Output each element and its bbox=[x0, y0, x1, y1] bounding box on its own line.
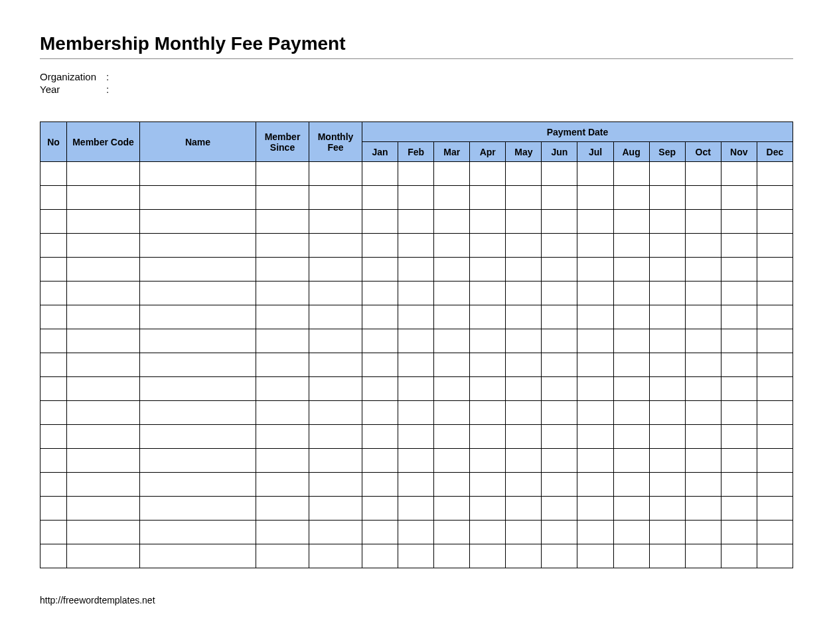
table-cell bbox=[309, 305, 362, 329]
table-cell bbox=[470, 449, 506, 473]
table-cell bbox=[721, 401, 757, 425]
table-cell bbox=[434, 497, 470, 521]
table-cell bbox=[721, 162, 757, 186]
table-cell bbox=[434, 544, 470, 568]
table-cell bbox=[40, 210, 67, 234]
table-cell bbox=[398, 329, 434, 353]
table-cell bbox=[67, 162, 140, 186]
meta-colon: : bbox=[106, 71, 113, 82]
table-cell bbox=[362, 234, 398, 258]
table-cell bbox=[649, 186, 685, 210]
table-cell bbox=[613, 305, 649, 329]
table-cell bbox=[470, 497, 506, 521]
header-member-code: Member Code bbox=[67, 122, 140, 162]
table-cell bbox=[434, 449, 470, 473]
table-cell bbox=[685, 186, 721, 210]
table-cell bbox=[470, 521, 506, 544]
table-row bbox=[40, 473, 793, 497]
table-cell bbox=[256, 282, 309, 305]
table-cell bbox=[434, 521, 470, 544]
table-cell bbox=[67, 234, 140, 258]
table-cell bbox=[309, 401, 362, 425]
table-cell bbox=[613, 425, 649, 449]
table-cell bbox=[470, 425, 506, 449]
table-cell bbox=[398, 425, 434, 449]
table-cell bbox=[470, 186, 506, 210]
table-cell bbox=[398, 353, 434, 377]
table-cell bbox=[577, 353, 613, 377]
table-cell bbox=[577, 497, 613, 521]
table-row bbox=[40, 425, 793, 449]
table-cell bbox=[309, 544, 362, 568]
table-cell bbox=[40, 329, 67, 353]
table-cell bbox=[757, 305, 793, 329]
table-cell bbox=[685, 497, 721, 521]
table-cell bbox=[757, 234, 793, 258]
table-cell bbox=[67, 186, 140, 210]
table-cell bbox=[577, 282, 613, 305]
table-cell bbox=[506, 353, 542, 377]
table-cell bbox=[398, 282, 434, 305]
table-cell bbox=[542, 234, 577, 258]
table-cell bbox=[309, 329, 362, 353]
table-cell bbox=[398, 210, 434, 234]
table-cell bbox=[309, 282, 362, 305]
header-month-may: May bbox=[506, 142, 542, 162]
header-member-since: Member Since bbox=[256, 122, 309, 162]
table-cell bbox=[542, 377, 577, 401]
table-cell bbox=[40, 521, 67, 544]
meta-colon: : bbox=[106, 84, 113, 95]
table-cell bbox=[309, 473, 362, 497]
table-cell bbox=[542, 497, 577, 521]
table-cell bbox=[362, 329, 398, 353]
table-cell bbox=[256, 210, 309, 234]
table-cell bbox=[40, 449, 67, 473]
table-cell bbox=[613, 162, 649, 186]
header-month-feb: Feb bbox=[398, 142, 434, 162]
header-name: Name bbox=[140, 122, 256, 162]
header-month-jan: Jan bbox=[362, 142, 398, 162]
table-cell bbox=[67, 449, 140, 473]
table-cell bbox=[577, 210, 613, 234]
page-title: Membership Monthly Fee Payment bbox=[40, 33, 793, 54]
table-cell bbox=[398, 377, 434, 401]
header-monthly-fee: Monthly Fee bbox=[309, 122, 362, 162]
table-cell bbox=[757, 521, 793, 544]
table-cell bbox=[506, 497, 542, 521]
table-cell bbox=[470, 377, 506, 401]
table-cell bbox=[140, 234, 256, 258]
table-cell bbox=[685, 377, 721, 401]
header-month-sep: Sep bbox=[649, 142, 685, 162]
table-cell bbox=[721, 329, 757, 353]
table-cell bbox=[721, 449, 757, 473]
table-cell bbox=[757, 162, 793, 186]
table-cell bbox=[613, 210, 649, 234]
table-cell bbox=[721, 353, 757, 377]
table-cell bbox=[577, 521, 613, 544]
table-cell bbox=[685, 162, 721, 186]
table-cell bbox=[470, 329, 506, 353]
table-cell bbox=[398, 449, 434, 473]
table-row bbox=[40, 234, 793, 258]
table-cell bbox=[362, 377, 398, 401]
table-row bbox=[40, 210, 793, 234]
table-cell bbox=[506, 425, 542, 449]
table-cell bbox=[542, 258, 577, 282]
table-cell bbox=[506, 234, 542, 258]
table-cell bbox=[649, 210, 685, 234]
table-cell bbox=[577, 449, 613, 473]
table-cell bbox=[362, 401, 398, 425]
table-cell bbox=[542, 329, 577, 353]
table-cell bbox=[362, 258, 398, 282]
table-cell bbox=[506, 449, 542, 473]
table-cell bbox=[140, 473, 256, 497]
table-cell bbox=[649, 521, 685, 544]
table-cell bbox=[362, 210, 398, 234]
table-cell bbox=[140, 353, 256, 377]
table-cell bbox=[256, 401, 309, 425]
table-cell bbox=[40, 186, 67, 210]
table-cell bbox=[256, 521, 309, 544]
table-cell bbox=[67, 401, 140, 425]
table-cell bbox=[685, 401, 721, 425]
table-cell bbox=[506, 377, 542, 401]
